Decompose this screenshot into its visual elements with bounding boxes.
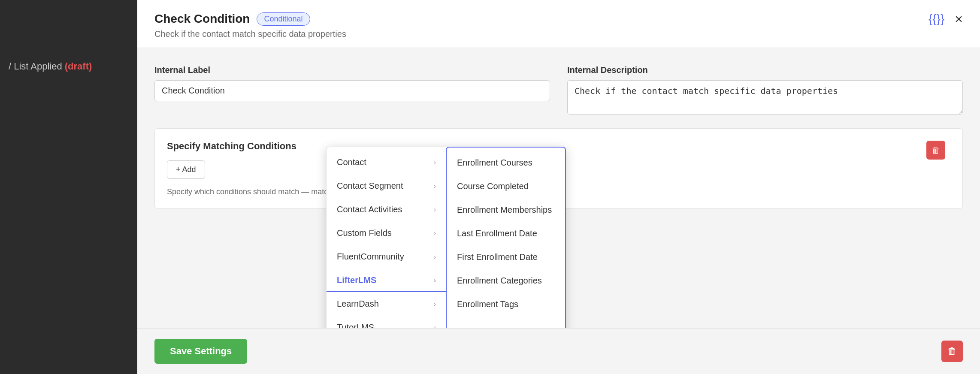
chevron-right-icon-lifterlms: › (434, 277, 436, 284)
save-settings-button[interactable]: Save Settings (154, 339, 247, 364)
dropdown-right-item-course-completed-label: Course Completed (457, 181, 529, 191)
conditional-badge: Conditional (257, 12, 310, 26)
chevron-right-icon: › (434, 300, 436, 308)
modal-subtitle: Check if the contact match specific data… (154, 29, 346, 39)
add-button-label: + Add (176, 165, 196, 174)
dropdown-item-fluent-community[interactable]: FluentCommunity › (327, 245, 446, 268)
dropdown-item-custom-fields-label: Custom Fields (337, 228, 392, 238)
delete-icon: 🗑 (932, 145, 940, 155)
sidebar: / List Applied (draft) (0, 0, 137, 374)
dropdown-right-item-enrollment-tags[interactable]: Enrollment Tags (447, 293, 565, 316)
dropdown-item-contact-segment-label: Contact Segment (337, 181, 403, 191)
footer-delete-button[interactable]: 🗑 (941, 341, 963, 362)
dropdown-item-contact-activities-label: Contact Activities (337, 205, 402, 214)
add-button[interactable]: + Add (167, 160, 205, 179)
internal-description-title: Internal Description (567, 65, 963, 75)
modal-footer: Save Settings 🗑 (137, 328, 980, 374)
dropdown-right-item-enrollment-courses-label: Enrollment Courses (457, 158, 532, 167)
dropdown-right-item-enrollment-categories[interactable]: Enrollment Categories (447, 269, 565, 293)
dropdown-right-panel: Enrollment Courses Course Completed Enro… (446, 147, 566, 328)
dropdown-item-contact-activities[interactable]: Contact Activities › (327, 198, 446, 221)
modal-header-left: Check Condition Conditional Check if the… (154, 12, 346, 39)
dropdown-right-item-enrollment-memberships[interactable]: Enrollment Memberships (447, 198, 565, 222)
chevron-right-icon: › (434, 253, 436, 261)
dropdown-item-learndash[interactable]: LearnDash › (327, 292, 446, 316)
internal-label-group: Internal Label (154, 65, 550, 115)
delete-condition-button[interactable]: 🗑 (926, 141, 945, 160)
chevron-right-icon: › (434, 229, 436, 237)
dropdown-right-item-last-enrollment-date-label: Last Enrollment Date (457, 229, 537, 238)
dropdown-item-contact-segment[interactable]: Contact Segment › (327, 174, 446, 198)
modal-body: Internal Label Internal Description Chec… (137, 48, 980, 328)
modal-title: Check Condition (154, 12, 250, 26)
dropdown-container: Contact › Contact Segment › Contact Acti… (326, 147, 566, 328)
dropdown-right-item-enrollment-tags-label: Enrollment Tags (457, 299, 518, 309)
dropdown-item-contact[interactable]: Contact › (327, 151, 446, 174)
internal-description-group: Internal Description Check if the contac… (567, 65, 963, 115)
chevron-right-icon: › (434, 182, 436, 190)
internal-description-input[interactable]: Check if the contact match specific data… (567, 80, 963, 115)
label-description-row: Internal Label Internal Description Chec… (154, 65, 963, 115)
internal-label-input[interactable] (154, 80, 550, 101)
dropdown-item-tutorlms-label: TutorLMS (337, 323, 374, 328)
chevron-right-icon: › (434, 159, 436, 166)
dropdown-item-tutorlms[interactable]: TutorLMS › (327, 316, 446, 328)
dropdown-left-panel: Contact › Contact Segment › Contact Acti… (326, 147, 446, 328)
dropdown-item-contact-label: Contact (337, 157, 366, 167)
chevron-right-icon: › (434, 206, 436, 214)
sidebar-breadcrumb: / List Applied (draft) (0, 56, 137, 77)
close-icon[interactable]: × (955, 12, 963, 26)
modal: Check Condition Conditional Check if the… (137, 0, 980, 374)
dropdown-item-lifterlms-label: LifterLMS (337, 275, 376, 285)
footer-delete-icon: 🗑 (947, 346, 957, 357)
braces-icon[interactable]: {{}} (929, 12, 944, 26)
dropdown-item-fluent-community-label: FluentCommunity (337, 252, 404, 262)
dropdown-right-item-last-enrollment-date[interactable]: Last Enrollment Date (447, 222, 565, 245)
chevron-right-icon: › (434, 324, 436, 329)
title-row: Check Condition Conditional (154, 12, 346, 26)
dropdown-right-item-first-enrollment-date[interactable]: First Enrollment Date (447, 245, 565, 269)
dropdown-right-item-first-enrollment-date-label: First Enrollment Date (457, 252, 538, 262)
dropdown-item-custom-fields[interactable]: Custom Fields › (327, 221, 446, 245)
dropdown-right-item-enrollment-courses[interactable]: Enrollment Courses (447, 151, 565, 175)
breadcrumb-text: / List Applied (9, 61, 62, 72)
modal-header-right: {{}} × (929, 12, 963, 26)
dropdown-right-item-course-completed[interactable]: Course Completed (447, 175, 565, 198)
dropdown-item-lifterlms[interactable]: LifterLMS › (327, 268, 446, 292)
modal-header: Check Condition Conditional Check if the… (137, 0, 980, 48)
draft-badge: (draft) (65, 61, 92, 72)
dropdown-item-learndash-label: LearnDash (337, 299, 379, 309)
dropdown-right-item-enrollment-memberships-label: Enrollment Memberships (457, 205, 552, 214)
internal-label-title: Internal Label (154, 65, 550, 75)
dropdown-right-item-enrollment-categories-label: Enrollment Categories (457, 276, 542, 285)
